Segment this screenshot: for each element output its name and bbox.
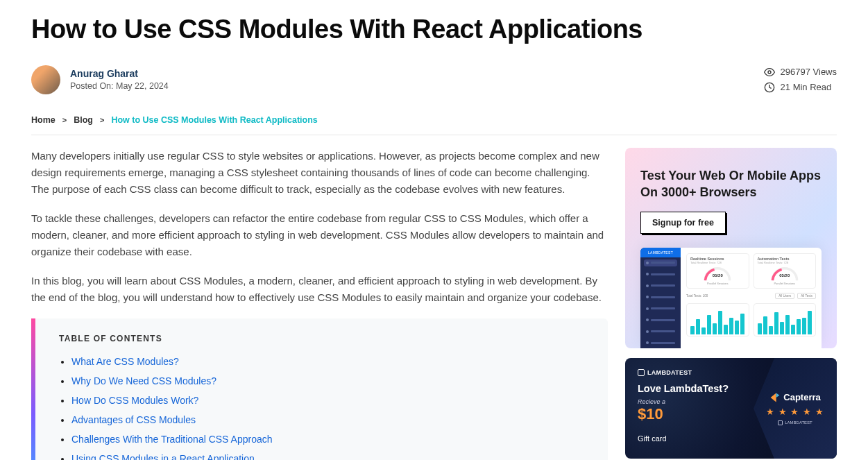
gauge-icon: 05/20 (702, 266, 733, 282)
dashboard-sidebar: LAMBDATEST (640, 248, 681, 348)
intro-paragraph-1: Many developers initially use regular CS… (31, 148, 608, 198)
toc-link[interactable]: Why Do We Need CSS Modules? (71, 375, 216, 386)
gauge-value: 05/20 (769, 273, 800, 278)
views-value: 296797 Views (781, 67, 837, 77)
author-block: Anurag Gharat Posted On: May 22, 2024 (31, 65, 169, 94)
main-content: Many developers initially use regular CS… (31, 148, 608, 460)
toc-link[interactable]: Challenges With the Traditional CSS Appr… (71, 434, 273, 445)
posted-on: Posted On: May 22, 2024 (70, 81, 169, 91)
signup-button[interactable]: Signup for free (640, 212, 726, 234)
dashboard-logo: LAMBDATEST (640, 248, 681, 257)
promo-test-apps[interactable]: Test Your Web Or Mobile Apps On 3000+ Br… (625, 148, 837, 349)
views-stat: 296797 Views (764, 67, 837, 78)
toc-item: Using CSS Modules in a React Application (71, 453, 584, 460)
dash-card-sub: Total Realtime Tests: 728 (758, 261, 812, 264)
readtime-value: 21 Min Read (781, 82, 832, 92)
toc-link[interactable]: Advantages of CSS Modules (71, 414, 196, 425)
svg-point-0 (768, 71, 771, 74)
toc-link[interactable]: What Are CSS Modules? (71, 356, 179, 367)
breadcrumb: Home > Blog > How to Use CSS Modules Wit… (31, 115, 837, 135)
dash-card-sub: Total Realtime Tests: 728 (690, 261, 745, 264)
dashboard-barchart (686, 303, 749, 337)
table-of-contents: TABLE OF CONTENTS What Are CSS Modules? … (31, 318, 608, 460)
dashboard-nav-item (644, 259, 677, 266)
readtime-stat: 21 Min Read (764, 82, 837, 93)
filter-chip: All Tests (797, 293, 816, 299)
clock-icon (764, 82, 775, 93)
gauge-label: Parallel Sessions (758, 282, 812, 285)
dashboard-mock: LAMBDATEST Realtime Sessions Total Realt… (640, 248, 822, 348)
intro-paragraph-2: To tackle these challenges, developers c… (31, 210, 608, 260)
author-name[interactable]: Anurag Gharat (70, 68, 169, 79)
stats-block: 296797 Views 21 Min Read (764, 67, 837, 93)
gauge-value: 05/20 (702, 273, 733, 278)
page-title: How to Use CSS Modules With React Applic… (31, 14, 837, 46)
total-tests-label: Total Tests: 100 (686, 294, 708, 298)
breadcrumb-sep: > (100, 116, 104, 124)
avatar[interactable] (31, 65, 60, 94)
gauge-label: Parallel Sessions (690, 282, 745, 285)
eye-icon (764, 67, 775, 78)
breadcrumb-current: How to Use CSS Modules With React Applic… (111, 115, 317, 125)
promo-giftcard[interactable]: LAMBDATEST Love LambdaTest? Recieve a $1… (625, 358, 837, 459)
toc-item: How Do CSS Modules Work? (71, 395, 584, 406)
capterra-icon (769, 392, 781, 403)
toc-item: What Are CSS Modules? (71, 356, 584, 367)
intro-paragraph-3: In this blog, you will learn about CSS M… (31, 273, 608, 306)
gauge-icon: 05/20 (769, 266, 800, 282)
capterra-text: Capterra (783, 392, 820, 402)
breadcrumb-sep: > (62, 116, 67, 124)
sidebar: Test Your Web Or Mobile Apps On 3000+ Br… (625, 148, 837, 459)
meta-row: Anurag Gharat Posted On: May 22, 2024 29… (31, 65, 837, 94)
toc-link[interactable]: How Do CSS Modules Work? (71, 395, 198, 406)
toc-item: Advantages of CSS Modules (71, 414, 584, 425)
star-rating: ★ ★ ★ ★ ★ (766, 407, 824, 417)
capterra-logo: Capterra (769, 392, 820, 403)
toc-item: Challenges With the Traditional CSS Appr… (71, 434, 584, 445)
promo2-sublogo: LAMBDATEST (778, 420, 812, 425)
toc-title: TABLE OF CONTENTS (59, 334, 584, 343)
dashboard-card-realtime: Realtime Sessions Total Realtime Tests: … (686, 253, 749, 289)
dashboard-card-automation: Automation Tests Total Realtime Tests: 7… (754, 253, 817, 289)
toc-link[interactable]: Using CSS Modules in a React Application (71, 453, 255, 460)
dashboard-barchart (754, 303, 817, 337)
dashboard-filters: Total Tests: 100 All Users All Tests (686, 293, 816, 299)
toc-item: Why Do We Need CSS Modules? (71, 375, 584, 386)
breadcrumb-blog[interactable]: Blog (74, 115, 93, 125)
filter-chip: All Users (775, 293, 794, 299)
breadcrumb-home[interactable]: Home (31, 115, 56, 125)
promo-title: Test Your Web Or Mobile Apps On 3000+ Br… (640, 167, 822, 201)
